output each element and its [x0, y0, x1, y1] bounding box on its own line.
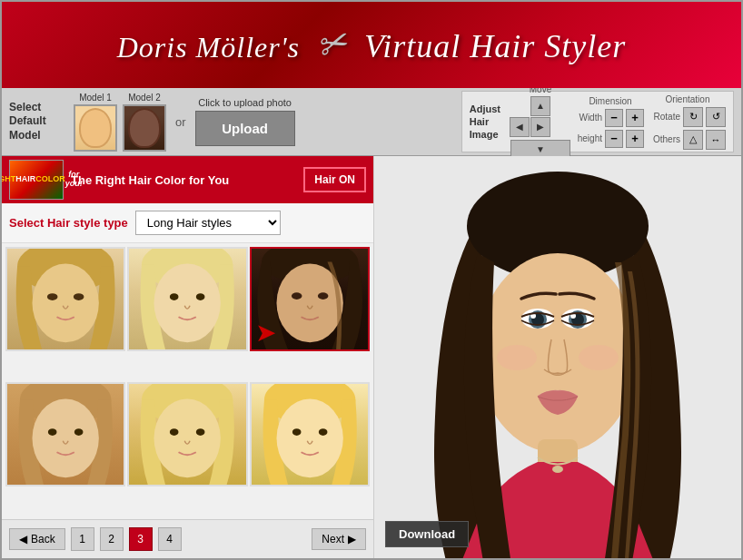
model1-option[interactable]: Model 1	[74, 93, 117, 152]
width-row: Width − +	[577, 109, 644, 127]
hair-on-button[interactable]: Hair ON	[303, 167, 366, 192]
svg-point-2	[47, 293, 58, 300]
page-1-button[interactable]: 1	[71, 527, 94, 551]
title-vhs: Virtual Hair Styler	[364, 28, 626, 64]
hair-thumb-image-1	[7, 249, 124, 349]
page-3-button[interactable]: 3	[129, 527, 153, 551]
svg-point-13	[32, 398, 98, 477]
page-2-button[interactable]: 2	[100, 527, 124, 551]
hair-color-banner: RIGHT HAIR COLOR for you! The Right Hair…	[2, 156, 373, 203]
rotate-label: Rotate	[649, 112, 680, 122]
svg-point-23	[318, 428, 327, 436]
app-title: Doris Möller's ✂ Virtual Hair Styler	[117, 24, 627, 66]
next-button[interactable]: Next ▶	[312, 528, 366, 550]
svg-point-17	[154, 398, 221, 477]
title-doris: Doris Möller's	[117, 31, 300, 64]
back-label: Back	[31, 533, 55, 545]
hair-thumb-image-6	[252, 384, 368, 485]
next-arrow-icon: ▶	[348, 533, 356, 545]
page-4-button[interactable]: 4	[158, 527, 182, 551]
move-up-button[interactable]: ▲	[530, 96, 550, 116]
next-label: Next	[322, 533, 344, 545]
model2-face	[130, 110, 159, 146]
body-content: RIGHT HAIR COLOR for you! The Right Hair…	[2, 156, 741, 558]
model1-label: Model 1	[79, 93, 112, 103]
svg-point-37	[579, 345, 619, 370]
adjust-section: Adjust Hair Image Move ▲ ◀ ▶ ▼ Dimension	[461, 91, 734, 152]
back-arrow-icon: ◀	[19, 533, 27, 545]
toolbar: Select Default Model Model 1 Model 2 or …	[2, 88, 741, 156]
dimension-label: Dimension	[577, 96, 644, 106]
hair-color-text: The Right Hair Color for You	[71, 173, 296, 187]
upload-label: Click to upload photo	[198, 97, 292, 108]
height-row: height − +	[577, 130, 644, 148]
model1-thumbnail[interactable]	[74, 104, 117, 152]
svg-point-7	[196, 293, 205, 300]
svg-point-18	[170, 428, 179, 436]
model1-face	[81, 110, 110, 146]
hair-thumbnail-5[interactable]	[127, 382, 247, 486]
svg-point-14	[48, 428, 57, 436]
svg-point-11	[318, 292, 329, 300]
others-label: Others	[649, 134, 680, 144]
width-minus-button[interactable]: −	[605, 109, 623, 127]
hair-thumb-image-5	[129, 384, 245, 485]
rotate-ccw-button[interactable]: ↺	[706, 107, 726, 127]
model2-label: Model 2	[128, 93, 161, 103]
svg-point-5	[154, 263, 221, 342]
hair-book-image: RIGHT HAIR COLOR for you!	[9, 160, 64, 200]
others-row: Others △ ↔	[649, 130, 726, 150]
svg-point-6	[170, 293, 179, 300]
orientation-group: Orientation Rotate ↻ ↺ Others △ ↔	[649, 94, 726, 150]
svg-point-38	[552, 466, 563, 473]
model2-thumbnail[interactable]	[123, 104, 166, 152]
height-minus-button[interactable]: −	[605, 130, 623, 148]
hair-thumbnail-3[interactable]: ➤	[250, 247, 370, 351]
model2-option[interactable]: Model 2	[123, 93, 166, 152]
flip-h-button[interactable]: △	[683, 130, 703, 150]
orientation-label: Orientation	[649, 94, 726, 104]
style-select-label: Select Hair style type	[9, 216, 128, 230]
svg-point-1	[32, 263, 98, 342]
width-label: Width	[577, 113, 602, 123]
height-label: height	[577, 133, 602, 143]
style-type-select[interactable]: Long Hair styles Short Hair styles Mediu…	[135, 211, 281, 235]
hair-thumbnail-1[interactable]	[5, 247, 125, 351]
adjust-label: Adjust Hair Image	[470, 103, 500, 142]
svg-point-21	[276, 398, 342, 477]
svg-point-19	[196, 428, 205, 436]
select-model-label: Select Default Model	[9, 101, 68, 143]
dimension-group: Dimension Width − + height − +	[577, 96, 644, 148]
upload-button[interactable]: Upload	[195, 111, 295, 146]
move-left-button[interactable]: ◀	[510, 117, 530, 137]
pagination-row: ◀ Back 1 2 3 4 Next ▶	[2, 519, 373, 558]
flip-v-button[interactable]: ↔	[706, 130, 726, 150]
svg-point-36	[497, 345, 537, 370]
svg-point-22	[292, 428, 302, 436]
scissors-icon: ✂	[310, 19, 354, 70]
download-button[interactable]: Download	[385, 521, 469, 547]
app-header: Doris Möller's ✂ Virtual Hair Styler	[2, 2, 741, 88]
hair-grid: ➤	[2, 243, 373, 519]
hair-thumb-image-4	[7, 384, 124, 485]
move-right-button[interactable]: ▶	[530, 117, 550, 137]
hair-thumbnail-2[interactable]	[127, 247, 247, 351]
svg-point-3	[74, 293, 84, 300]
svg-point-10	[292, 292, 302, 300]
width-plus-button[interactable]: +	[626, 109, 644, 127]
move-group: Move ▲ ◀ ▶ ▼	[510, 84, 571, 160]
hair-thumb-image-2	[129, 249, 245, 349]
rotate-row: Rotate ↻ ↺	[649, 107, 726, 127]
model-face-svg	[403, 156, 712, 558]
rotate-cw-button[interactable]: ↻	[683, 107, 703, 127]
hair-thumbnail-4[interactable]	[5, 382, 125, 486]
hair-thumbnail-6[interactable]	[250, 382, 370, 486]
back-button[interactable]: ◀ Back	[9, 528, 65, 550]
right-panel: Download	[374, 156, 741, 558]
selected-arrow-icon: ➤	[255, 320, 276, 346]
move-nav: ▲ ◀ ▶	[510, 96, 571, 137]
svg-point-15	[74, 428, 84, 436]
height-plus-button[interactable]: +	[626, 130, 644, 148]
left-panel: RIGHT HAIR COLOR for you! The Right Hair…	[2, 156, 374, 558]
upload-section: Click to upload photo Upload	[195, 97, 295, 146]
